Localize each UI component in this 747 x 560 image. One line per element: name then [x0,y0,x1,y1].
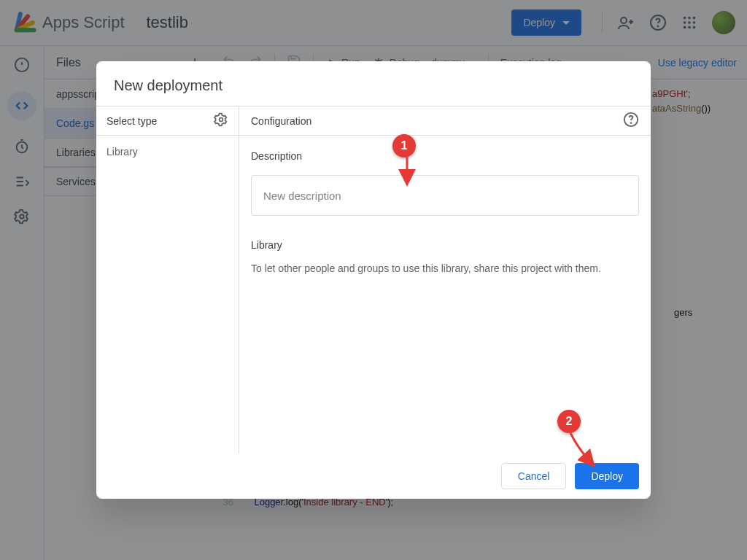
callout-1-badge: 1 [392,134,416,158]
select-type-header: Select type [96,106,239,136]
dialog-title: New deployment [96,61,651,106]
library-help-text: To let other people and groups to use th… [251,261,639,276]
dialog-right-panel: Configuration Description Library To let… [239,106,651,454]
description-label: Description [251,150,639,162]
callout-2-badge: 2 [557,410,581,433]
dialog-left-panel: Select type Library [96,106,239,454]
svg-point-16 [220,118,223,122]
svg-point-18 [631,122,632,123]
configuration-label: Configuration [251,115,311,127]
callout-1-arrow-icon [400,156,414,190]
help-icon[interactable] [623,112,639,130]
gear-icon[interactable] [214,112,228,129]
callout-2-arrow-icon [569,433,598,472]
description-input[interactable] [251,175,639,216]
library-section-label: Library [251,239,639,251]
configuration-header: Configuration [239,106,651,136]
deployment-type-library[interactable]: Library [96,136,239,168]
dialog-footer: Cancel Deploy [96,454,651,499]
select-type-label: Select type [107,115,157,127]
modal-overlay: New deployment Select type Library Confi… [0,0,747,560]
cancel-button[interactable]: Cancel [501,463,567,489]
new-deployment-dialog: New deployment Select type Library Confi… [96,61,651,499]
